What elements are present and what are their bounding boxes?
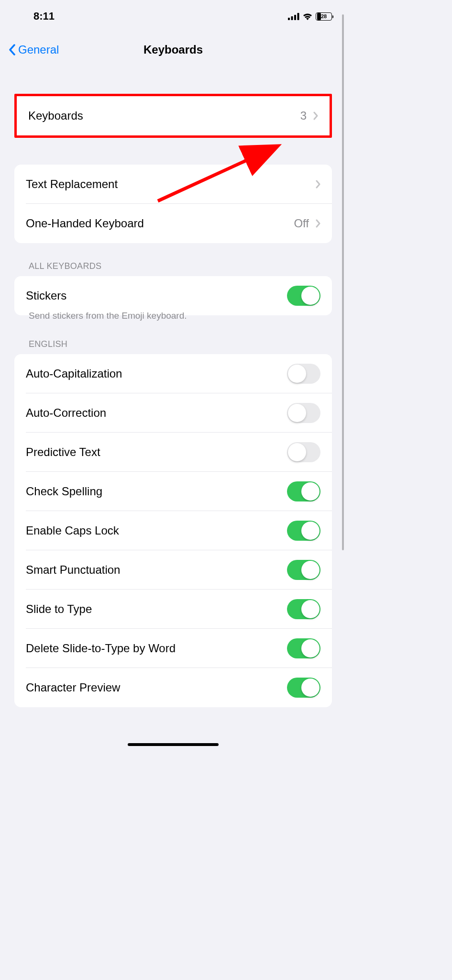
content: Keyboards 3 Text Replacement One-Handed … [0,94,346,707]
predictive-text-label: Predictive Text [26,445,100,459]
slide-to-type-label: Slide to Type [26,602,92,616]
page-title: Keyboards [143,43,203,56]
delete-slide-to-type-by-word-toggle[interactable] [287,638,320,658]
svg-rect-2 [294,15,296,20]
auto-correction-row: Auto-Correction [14,393,332,433]
slide-to-type-row: Slide to Type [14,590,332,629]
delete-slide-to-type-by-word-row: Delete Slide-to-Type by Word [14,629,332,668]
smart-punctuation-toggle[interactable] [287,560,320,580]
predictive-text-toggle[interactable] [287,442,320,462]
all-keyboards-group: Stickers [14,276,332,315]
svg-rect-0 [288,18,290,20]
character-preview-label: Character Preview [26,681,120,694]
one-handed-row[interactable]: One-Handed Keyboard Off [14,204,332,243]
svg-rect-3 [298,13,299,20]
back-button[interactable]: General [9,43,59,56]
character-preview-row: Character Preview [14,668,332,707]
auto-capitalization-label: Auto-Capitalization [26,367,122,380]
back-label: General [18,43,59,56]
all-keyboards-header: ALL KEYBOARDS [14,261,332,276]
battery-percent: 28 [316,13,331,19]
smart-punctuation-label: Smart Punctuation [26,563,120,577]
english-group: Auto-CapitalizationAuto-CorrectionPredic… [14,354,332,707]
home-indicator[interactable] [128,743,219,746]
scrollbar[interactable] [342,14,344,550]
status-time: 8:11 [33,10,55,22]
check-spelling-row: Check Spelling [14,472,332,511]
one-handed-value: Off [294,217,309,230]
english-header: ENGLISH [14,339,332,354]
text-replacement-row[interactable]: Text Replacement [14,165,332,204]
svg-rect-1 [291,16,293,20]
auto-capitalization-toggle[interactable] [287,364,320,384]
auto-correction-label: Auto-Correction [26,406,106,420]
chevron-right-icon [313,111,318,120]
character-preview-toggle[interactable] [287,678,320,698]
chevron-right-icon [316,180,320,189]
text-replacement-label: Text Replacement [26,178,118,191]
predictive-text-row: Predictive Text [14,433,332,472]
check-spelling-toggle[interactable] [287,481,320,501]
stickers-toggle[interactable] [287,286,320,306]
smart-punctuation-row: Smart Punctuation [14,550,332,590]
cellular-icon [288,13,299,20]
keyboards-right: 3 [300,109,318,122]
auto-correction-toggle[interactable] [287,403,320,423]
keyboards-count: 3 [300,109,307,122]
enable-caps-lock-row: Enable Caps Lock [14,511,332,550]
delete-slide-to-type-by-word-label: Delete Slide-to-Type by Word [26,642,176,655]
stickers-label: Stickers [26,289,66,302]
status-icons: 28 [288,12,332,21]
auto-capitalization-row: Auto-Capitalization [14,354,332,393]
enable-caps-lock-toggle[interactable] [287,521,320,541]
one-handed-label: One-Handed Keyboard [26,217,144,230]
keyboards-group: Keyboards 3 [14,94,332,138]
enable-caps-lock-label: Enable Caps Lock [26,524,119,537]
keyboards-row[interactable]: Keyboards 3 [17,96,330,135]
text-group: Text Replacement One-Handed Keyboard Off [14,165,332,243]
slide-to-type-toggle[interactable] [287,599,320,619]
status-bar: 8:11 28 [0,0,346,27]
stickers-row: Stickers [14,276,332,315]
battery-icon: 28 [316,12,332,21]
nav-bar: General Keyboards [0,27,346,73]
wifi-icon [302,12,313,20]
keyboards-label: Keyboards [28,109,83,122]
check-spelling-label: Check Spelling [26,485,102,498]
chevron-right-icon [316,219,320,228]
back-chevron-icon [9,44,15,56]
